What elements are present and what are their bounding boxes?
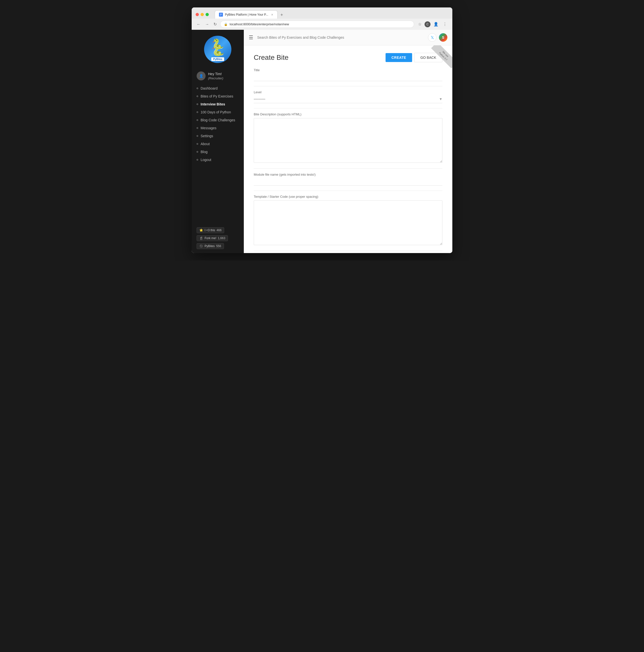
python-version-badge: We usePython 3.7 — [425, 46, 452, 73]
hamburger-button[interactable]: ☰ — [249, 34, 253, 40]
badge-label: PyBites — [205, 244, 215, 248]
divider — [254, 251, 442, 251]
forward-button[interactable]: → — [204, 21, 210, 28]
level-select[interactable]: ---------- Intro Beginner Intermediate A… — [254, 97, 442, 101]
title-section: Title — [254, 68, 442, 81]
sidebar-item-label: Blog Code Challenges — [201, 118, 235, 122]
user-role: (Recruiter) — [208, 76, 223, 80]
user-details: Hey Tim! (Recruiter) — [208, 72, 223, 80]
active-tab[interactable]: P PyBites Platform | Hone Your P... × — [215, 10, 278, 19]
description-section: Bite Description (supports HTML) — [254, 112, 442, 163]
module-input[interactable] — [254, 178, 442, 186]
close-window-button[interactable] — [196, 13, 199, 16]
sidebar: 🐍 PyBites 👤 Hey Tim! (Recruiter) Dashboa… — [192, 30, 244, 253]
tab-close-button[interactable]: × — [271, 12, 273, 17]
new-tab-button[interactable]: + — [279, 11, 285, 19]
back-button[interactable]: ← — [196, 21, 202, 28]
template-textarea[interactable] — [254, 200, 442, 245]
top-bar-actions: 𝕏 S — [428, 33, 447, 42]
bookmark-button[interactable]: ☆ — [417, 21, 423, 28]
avatar: 👤 — [197, 72, 206, 80]
sidebar-item-messages[interactable]: Messages — [192, 124, 244, 132]
logo-badge: PyBites — [211, 57, 225, 61]
sidebar-item-interview-bites[interactable]: Interview Bites — [192, 100, 244, 108]
browser-toolbar: ← → ↻ 🔒 localhost:8000/bites/enterprise/… — [192, 19, 452, 30]
fork-icon: 🍴 — [199, 237, 203, 240]
nav-bullet — [197, 159, 198, 161]
url-bar[interactable]: 🔒 localhost:8000/bites/enterprise/nolan/… — [220, 21, 414, 28]
sidebar-item-about[interactable]: About — [192, 140, 244, 148]
sidebar-item-settings[interactable]: Settings — [192, 132, 244, 140]
sidebar-item-100-days[interactable]: 100 Days of Python — [192, 108, 244, 116]
divider — [254, 86, 442, 86]
sidebar-item-blog-challenges[interactable]: Blog Code Challenges — [192, 116, 244, 124]
lock-icon: 🔒 — [224, 23, 228, 26]
sidebar-item-bites-exercises[interactable]: Bites of Py Exercises — [192, 92, 244, 100]
level-label: Level — [254, 90, 442, 94]
search-input[interactable] — [257, 35, 424, 39]
level-select-wrapper: ---------- Intro Beginner Intermediate A… — [254, 95, 442, 103]
minimize-window-button[interactable] — [201, 13, 204, 16]
nav-bullet — [197, 119, 198, 121]
twitter-button[interactable]: 𝕏 — [428, 33, 436, 42]
badge-fork[interactable]: 🍴 Fork me! 1,663 — [197, 235, 228, 241]
logo-image: 🐍 PyBites — [204, 36, 231, 63]
title-label: Title — [254, 68, 442, 72]
nav-bullet — [197, 104, 198, 105]
menu-button[interactable]: ⋮ — [441, 21, 448, 28]
create-button[interactable]: CREATE — [386, 53, 412, 62]
sidebar-item-label: Interview Bites — [201, 102, 225, 106]
twitter-icon: 𝕏 — [431, 35, 434, 40]
create-bite-form: Title Level ---------- Intro Beginner — [254, 68, 442, 253]
description-textarea[interactable] — [254, 118, 442, 163]
page-header: Create Bite CREATE GO BACK — [254, 53, 442, 62]
sidebar-item-label: Blog — [201, 150, 208, 154]
divider — [254, 168, 442, 169]
badge-label: I <3 this — [205, 228, 215, 232]
page-content: We usePython 3.7 Create Bite CREATE GO B… — [244, 46, 452, 253]
traffic-lights — [196, 13, 209, 16]
love-icon: ⭐ — [199, 228, 203, 232]
browser-tabs: P PyBites Platform | Hone Your P... × + — [215, 10, 448, 19]
user-profile-button[interactable]: S — [439, 33, 447, 42]
python-badge-text: We usePython 3.7 — [431, 46, 452, 69]
sidebar-item-label: Logout — [201, 158, 211, 162]
sidebar-item-label: Settings — [201, 134, 213, 138]
sidebar-item-dashboard[interactable]: Dashboard — [192, 84, 244, 92]
nav-bullet — [197, 143, 198, 145]
title-input[interactable] — [254, 73, 442, 81]
url-text: localhost:8000/bites/enterprise/nolan/ne… — [230, 22, 289, 26]
user-name: Hey Tim! — [208, 72, 223, 77]
page-title: Create Bite — [254, 54, 288, 61]
sidebar-item-logout[interactable]: Logout — [192, 156, 244, 164]
module-label: Module file name (gets imported into tes… — [254, 173, 442, 176]
module-section: Module file name (gets imported into tes… — [254, 173, 442, 186]
badge-label: Fork me! — [205, 237, 216, 240]
sidebar-badges: ⭐ I <3 this 466 🍴 Fork me! 1,663 ⚫ PyBit… — [192, 223, 244, 253]
reload-button[interactable]: ↻ — [212, 21, 218, 28]
nav-bullet — [197, 151, 198, 153]
extensions-button[interactable]: C — [424, 21, 431, 27]
tab-favicon: P — [219, 12, 223, 17]
sidebar-item-blog[interactable]: Blog — [192, 148, 244, 156]
nav-bullet — [197, 96, 198, 97]
profile-initial: S — [442, 35, 444, 39]
description-label: Bite Description (supports HTML) — [254, 112, 442, 116]
maximize-window-button[interactable] — [206, 13, 209, 16]
profile-button[interactable]: 👤 — [432, 21, 440, 28]
badge-count: 466 — [216, 228, 222, 232]
badge-count: 1,663 — [218, 237, 225, 240]
sidebar-logo: 🐍 PyBites — [192, 30, 244, 69]
badge-pybites[interactable]: ⚫ PyBites 556 — [197, 243, 224, 249]
sidebar-item-label: Bites of Py Exercises — [201, 94, 233, 98]
template-section: Template / Starter Code (use proper spac… — [254, 195, 442, 246]
nav-bullet — [197, 127, 198, 129]
level-section: Level ---------- Intro Beginner Intermed… — [254, 90, 442, 103]
sidebar-nav: Dashboard Bites of Py Exercises Intervie… — [192, 84, 244, 164]
tab-title: PyBites Platform | Hone Your P... — [225, 13, 268, 17]
toolbar-actions: ☆ C 👤 ⋮ — [417, 21, 448, 28]
sidebar-item-label: Messages — [201, 126, 216, 130]
badge-love[interactable]: ⭐ I <3 this 466 — [197, 227, 224, 233]
template-label: Template / Starter Code (use proper spac… — [254, 195, 442, 198]
main-content: ☰ 𝕏 S We usePython 3.7 — [244, 30, 452, 253]
